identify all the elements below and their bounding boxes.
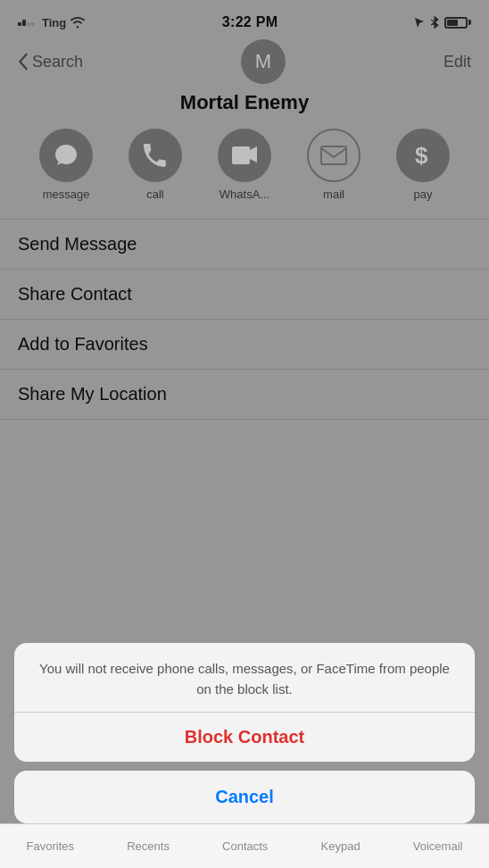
alert-message: You will not receive phone calls, messag…: [14, 643, 475, 713]
tab-bar: Favorites Recents Contacts Keypad Voicem…: [0, 823, 489, 868]
cancel-box: Cancel: [14, 771, 475, 823]
tab-contacts[interactable]: Contacts: [222, 839, 268, 853]
cancel-button[interactable]: Cancel: [14, 771, 475, 823]
alert-container: You will not receive phone calls, messag…: [14, 643, 475, 823]
tab-favorites[interactable]: Favorites: [27, 839, 74, 853]
tab-recents[interactable]: Recents: [127, 839, 170, 853]
tab-voicemail[interactable]: Voicemail: [413, 839, 463, 853]
tab-keypad[interactable]: Keypad: [321, 839, 361, 853]
alert-box: You will not receive phone calls, messag…: [14, 643, 475, 762]
block-contact-button[interactable]: Block Contact: [14, 713, 475, 762]
